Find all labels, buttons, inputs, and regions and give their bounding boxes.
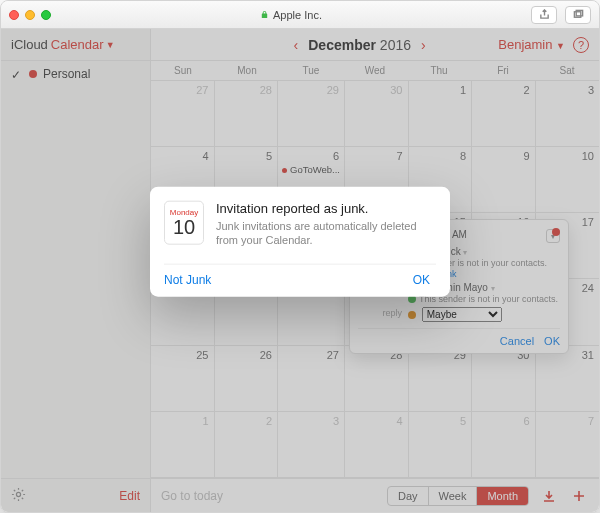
junk-dialog: Monday 10 Invitation reported as junk. J…: [150, 186, 450, 297]
toolbar-buttons: [531, 6, 591, 24]
dialog-title: Invitation reported as junk.: [216, 200, 436, 215]
close-window-button[interactable]: [9, 10, 19, 20]
titlebar: Apple Inc.: [1, 1, 599, 29]
share-button[interactable]: [531, 6, 557, 24]
window: Apple Inc. iCloud Calendar ▼ ✓ Personal: [0, 0, 600, 513]
address-bar[interactable]: Apple Inc.: [57, 9, 525, 21]
site-name: Apple Inc.: [273, 9, 322, 21]
dialog-date-chip: Monday 10: [164, 200, 204, 244]
not-junk-button[interactable]: Not Junk: [164, 273, 211, 287]
minimize-window-button[interactable]: [25, 10, 35, 20]
chip-day: 10: [173, 217, 195, 237]
maximize-window-button[interactable]: [41, 10, 51, 20]
ok-button[interactable]: OK: [413, 273, 430, 287]
window-controls: [9, 10, 51, 20]
dialog-footer: Not Junk OK: [164, 264, 436, 287]
tabs-button[interactable]: [565, 6, 591, 24]
app: iCloud Calendar ▼ ✓ Personal Edit: [1, 29, 599, 512]
lock-icon: [260, 10, 269, 19]
dialog-body: Junk invitations are automatically delet…: [216, 218, 436, 248]
